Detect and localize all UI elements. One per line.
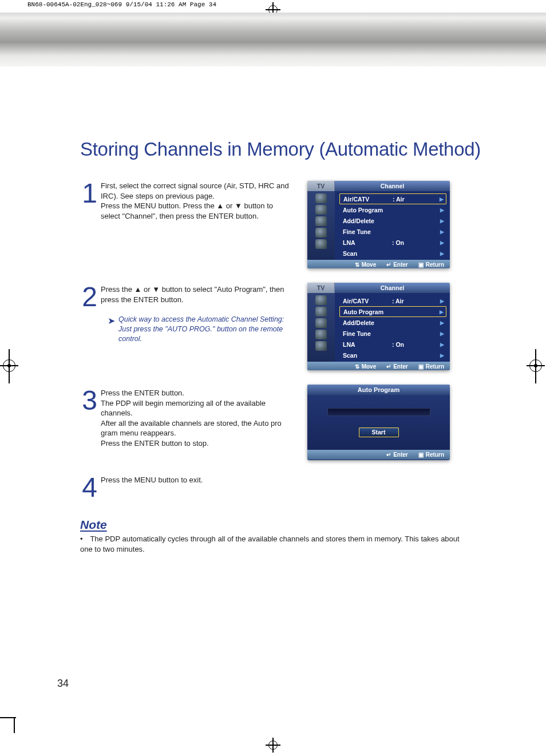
note-body: The PDP automatically cycles through all… xyxy=(80,535,460,553)
osd-footer: ↵Enter ▣Return xyxy=(307,450,450,460)
chevron-right-icon: ▶ xyxy=(440,229,444,235)
chevron-right-icon: ▶ xyxy=(440,309,444,315)
decorative-band xyxy=(0,13,546,66)
osd-tab-channel[interactable]: Channel xyxy=(335,283,450,293)
step-4: 4 Press the MENU button to exit. xyxy=(80,475,458,500)
auto-program-title: Auto Program xyxy=(307,385,450,395)
enter-icon: ↵ xyxy=(386,363,391,370)
step-text: Press the MENU button to exit. xyxy=(101,475,290,485)
osd-item-add-delete[interactable]: Add/Delete ▶ xyxy=(339,317,446,328)
osd-sidebar xyxy=(307,293,335,362)
return-icon: ▣ xyxy=(418,363,424,370)
chevron-right-icon: ▶ xyxy=(440,298,444,304)
step-text: Press the ENTER button. The PDP will beg… xyxy=(101,388,290,448)
chevron-right-icon: ▶ xyxy=(440,342,444,347)
osd-item-scan[interactable]: Scan ▶ xyxy=(339,350,446,361)
sidebar-icon[interactable] xyxy=(315,307,327,316)
osd-footer: ⇅Move ↵Enter ▣Return xyxy=(307,260,450,268)
step-number: 3 xyxy=(80,388,97,413)
sidebar-icon[interactable] xyxy=(315,228,327,238)
sidebar-icon[interactable] xyxy=(315,318,327,328)
osd-item-scan[interactable]: Scan ▶ xyxy=(339,248,446,259)
osd-item-air-catv[interactable]: Air/CATV : Air ▶ xyxy=(339,193,446,204)
sidebar-icon[interactable] xyxy=(315,330,327,339)
progress-bar xyxy=(327,408,430,416)
osd-item-add-delete[interactable]: Add/Delete ▶ xyxy=(339,215,446,226)
bullet-icon: • xyxy=(80,534,88,544)
enter-icon: ↵ xyxy=(386,262,391,268)
return-icon: ▣ xyxy=(418,262,424,268)
osd-screenshot-3: Auto Program Start ↵Enter ▣Return xyxy=(307,385,450,460)
osd-tab-tv[interactable]: TV xyxy=(307,283,335,293)
sidebar-icon[interactable] xyxy=(315,341,327,351)
osd-item-lna[interactable]: LNA : On ▶ xyxy=(339,237,446,248)
chevron-right-icon: ▶ xyxy=(440,207,444,213)
chevron-right-icon: ▶ xyxy=(440,320,444,326)
osd-tab-tv[interactable]: TV xyxy=(307,181,335,191)
step-number: 4 xyxy=(80,475,97,500)
updown-icon: ⇅ xyxy=(355,363,359,370)
osd-item-fine-tune[interactable]: Fine Tune ▶ xyxy=(339,226,446,237)
note-block: Note • The PDP automatically cycles thro… xyxy=(80,518,464,555)
chevron-right-icon: ▶ xyxy=(440,218,444,224)
registration-mark-right xyxy=(529,349,544,383)
step-text: Press the ▲ or ▼ button to select "Auto … xyxy=(101,284,290,304)
osd-item-fine-tune[interactable]: Fine Tune ▶ xyxy=(339,328,446,339)
step-number: 2 xyxy=(80,284,97,309)
tip-text: Quick way to access the Automatic Channe… xyxy=(118,315,284,344)
registration-mark-left xyxy=(2,349,17,383)
osd-sidebar xyxy=(307,191,335,260)
sidebar-icon[interactable] xyxy=(315,295,327,305)
sidebar-icon[interactable] xyxy=(315,239,327,249)
chevron-right-icon: ▶ xyxy=(440,251,444,256)
sidebar-icon[interactable] xyxy=(315,205,327,215)
chevron-right-icon: ▶ xyxy=(440,353,444,358)
osd-screenshot-2: TV Channel Air/CATV : Air ▶ Auto Program… xyxy=(307,283,450,370)
osd-item-auto-program[interactable]: Auto Program ▶ xyxy=(339,306,446,317)
crop-mark xyxy=(14,718,15,733)
page-title: Storing Channels in Memory (Automatic Me… xyxy=(80,138,481,160)
osd-footer: ⇅Move ↵Enter ▣Return xyxy=(307,362,450,370)
osd-screenshot-1: TV Channel Air/CATV : Air ▶ Auto Program… xyxy=(307,181,450,268)
step-number: 1 xyxy=(80,181,97,205)
enter-icon: ↵ xyxy=(386,452,391,458)
page-number: 34 xyxy=(57,678,69,690)
note-heading: Note xyxy=(80,518,464,532)
registration-mark-bottom xyxy=(266,738,280,753)
tip-arrow-icon: ➤ xyxy=(108,315,115,326)
chevron-right-icon: ▶ xyxy=(440,331,444,337)
sidebar-icon[interactable] xyxy=(315,216,327,226)
step-text: First, select the correct signal source … xyxy=(101,181,290,221)
start-button[interactable]: Start xyxy=(359,428,399,437)
sidebar-icon[interactable] xyxy=(315,193,327,203)
print-header-text: BN68-00645A-02Eng_028~069 9/15/04 11:26 … xyxy=(27,1,216,8)
updown-icon: ⇅ xyxy=(355,262,359,268)
osd-item-auto-program[interactable]: Auto Program ▶ xyxy=(339,204,446,215)
osd-tab-channel[interactable]: Channel xyxy=(335,181,450,191)
chevron-right-icon: ▶ xyxy=(440,196,444,202)
return-icon: ▣ xyxy=(418,452,424,458)
osd-item-lna[interactable]: LNA : On ▶ xyxy=(339,339,446,350)
chevron-right-icon: ▶ xyxy=(440,240,444,246)
print-header: BN68-00645A-02Eng_028~069 9/15/04 11:26 … xyxy=(0,0,546,11)
osd-item-air-catv[interactable]: Air/CATV : Air ▶ xyxy=(339,295,446,306)
